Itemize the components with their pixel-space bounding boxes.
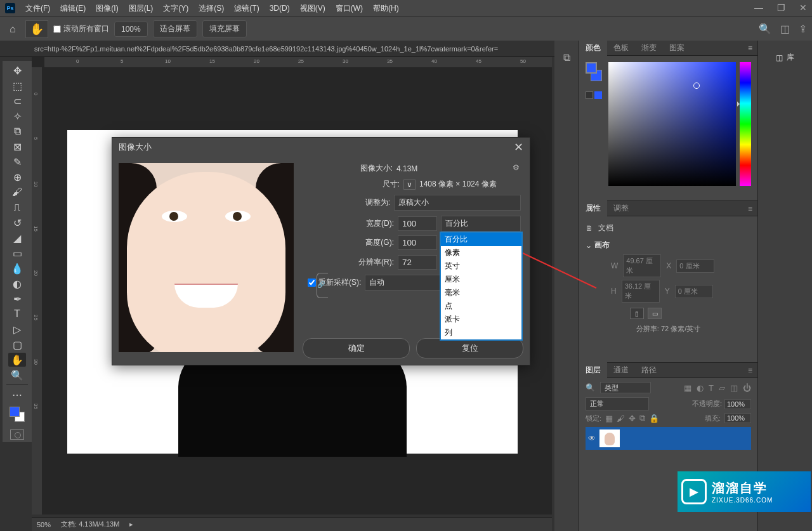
- height-input[interactable]: [398, 235, 437, 250]
- lock-all-icon[interactable]: 🔒: [649, 414, 659, 423]
- lock-brush-icon[interactable]: 🖌: [617, 414, 625, 423]
- menu-type[interactable]: 文字(Y): [158, 1, 193, 16]
- tab-gradients[interactable]: 渐变: [635, 40, 663, 56]
- current-color-icon[interactable]: [594, 91, 602, 99]
- workspace-icon[interactable]: ◫: [780, 23, 790, 35]
- dropdown-option[interactable]: 像素: [441, 246, 521, 259]
- history-panel-icon[interactable]: ⧉: [563, 52, 570, 63]
- tab-swatches[interactable]: 色板: [607, 40, 635, 56]
- chevron-down-icon[interactable]: ⌄: [586, 241, 592, 250]
- dropdown-option[interactable]: 派卡: [441, 313, 521, 326]
- canvas-width-field[interactable]: 49.67 厘米: [623, 254, 661, 277]
- canvas-height-field[interactable]: 36.12 厘米: [622, 280, 660, 303]
- tab-channels[interactable]: 通道: [607, 362, 635, 378]
- rectangle-tool-icon[interactable]: ▢: [8, 338, 26, 351]
- marquee-tool-icon[interactable]: ⬚: [8, 79, 26, 93]
- link-icon[interactable]: [317, 273, 328, 298]
- dropdown-option[interactable]: 百分比: [441, 233, 521, 246]
- layer-kind-select[interactable]: [600, 382, 651, 393]
- dropdown-option[interactable]: 点: [441, 299, 521, 313]
- width-input[interactable]: [398, 216, 437, 231]
- resolution-input[interactable]: [398, 255, 437, 270]
- panel-foreground-color[interactable]: [586, 62, 597, 74]
- filter-type-icon[interactable]: T: [709, 383, 714, 393]
- hue-handle[interactable]: [737, 102, 740, 107]
- layer-thumbnail[interactable]: [599, 429, 620, 447]
- brush-tool-icon[interactable]: 🖌: [8, 185, 26, 199]
- dropdown-option[interactable]: 英寸: [441, 259, 521, 273]
- hue-slider[interactable]: [740, 62, 751, 186]
- dropdown-option[interactable]: 毫米: [441, 286, 521, 299]
- minimize-icon[interactable]: —: [754, 3, 763, 13]
- search-icon[interactable]: 🔍: [759, 23, 771, 35]
- landscape-orientation-icon[interactable]: ▭: [648, 308, 662, 319]
- fill-screen-button[interactable]: 填充屏幕: [202, 20, 247, 37]
- pen-tool-icon[interactable]: ✒: [8, 292, 26, 306]
- eyedropper-tool-icon[interactable]: ✎: [8, 155, 26, 169]
- filter-toggle-icon[interactable]: ⏻: [743, 383, 751, 393]
- status-doc[interactable]: 文档: 4.13M/4.13M: [61, 520, 119, 529]
- ok-button[interactable]: 确定: [303, 338, 410, 358]
- layer-visibility-icon[interactable]: 👁: [588, 434, 596, 443]
- layer-item[interactable]: 👁: [586, 427, 751, 450]
- blur-tool-icon[interactable]: 💧: [8, 261, 26, 275]
- color-field[interactable]: [608, 62, 736, 186]
- filter-smart-icon[interactable]: ◫: [730, 383, 738, 393]
- tab-layers[interactable]: 图层: [579, 362, 607, 378]
- path-select-tool-icon[interactable]: ▷: [8, 322, 26, 336]
- hand-tool-icon[interactable]: ✋: [8, 353, 26, 367]
- menu-layer[interactable]: 图层(L): [124, 1, 159, 16]
- color-swatch[interactable]: [8, 405, 26, 423]
- zoom-level-button[interactable]: 100%: [114, 22, 148, 37]
- canvas-x-field[interactable]: 0 厘米: [676, 259, 714, 273]
- foreground-color[interactable]: [10, 407, 20, 417]
- menu-view[interactable]: 视图(V): [295, 1, 331, 16]
- panel-menu-icon[interactable]: ≡: [743, 44, 757, 53]
- fit-screen-button[interactable]: 适合屏幕: [153, 20, 197, 37]
- gradient-tool-icon[interactable]: ▭: [8, 246, 26, 260]
- panel-menu-icon[interactable]: ≡: [743, 366, 757, 375]
- warning-icon[interactable]: [586, 91, 593, 99]
- resample-checkbox[interactable]: 重新采样(S):: [308, 277, 361, 288]
- tab-paths[interactable]: 路径: [635, 362, 663, 378]
- dim-toggle-icon[interactable]: ∨: [403, 180, 416, 190]
- edit-toolbar-icon[interactable]: ⋯: [8, 388, 26, 402]
- menu-window[interactable]: 窗口(W): [331, 1, 368, 16]
- portrait-orientation-icon[interactable]: ▯: [630, 308, 644, 319]
- move-tool-icon[interactable]: ✥: [8, 63, 26, 77]
- status-arrow-icon[interactable]: ▸: [129, 520, 133, 528]
- tab-adjustments[interactable]: 调整: [607, 200, 635, 216]
- crop-tool-icon[interactable]: ⧉: [8, 124, 26, 138]
- dialog-titlebar[interactable]: 图像大小 ✕: [112, 138, 530, 157]
- menu-file[interactable]: 文件(F): [20, 1, 55, 16]
- wand-tool-icon[interactable]: ✧: [8, 109, 26, 123]
- panel-menu-icon[interactable]: ≡: [743, 204, 757, 213]
- menu-image[interactable]: 图像(I): [91, 1, 123, 16]
- share-icon[interactable]: ⇪: [799, 23, 807, 35]
- opacity-input[interactable]: [724, 399, 751, 409]
- menu-select[interactable]: 选择(S): [193, 1, 229, 16]
- dialog-close-icon[interactable]: ✕: [514, 140, 523, 154]
- dropdown-option[interactable]: 列: [441, 326, 521, 339]
- width-unit-select[interactable]: 百分比: [441, 216, 521, 232]
- zoom-tool-icon[interactable]: 🔍: [8, 368, 26, 382]
- canvas-y-field[interactable]: 0 厘米: [675, 285, 713, 298]
- quick-mask-icon[interactable]: [10, 429, 24, 440]
- lock-position-icon[interactable]: ✥: [629, 414, 636, 423]
- tab-color[interactable]: 颜色: [579, 40, 607, 56]
- tab-patterns[interactable]: 图案: [663, 40, 691, 56]
- fill-input[interactable]: [724, 413, 751, 423]
- menu-filter[interactable]: 滤镜(T): [229, 1, 264, 16]
- dodge-tool-icon[interactable]: ◐: [8, 277, 26, 291]
- tab-properties[interactable]: 属性: [579, 200, 607, 216]
- menu-3d[interactable]: 3D(D): [265, 1, 295, 15]
- tool-preset-hand[interactable]: ✋: [25, 20, 48, 38]
- blend-mode-select[interactable]: 正常: [586, 397, 649, 410]
- filter-search-icon[interactable]: 🔍: [586, 383, 595, 392]
- healing-tool-icon[interactable]: ⊕: [8, 170, 26, 184]
- maximize-icon[interactable]: ❐: [777, 3, 785, 13]
- filter-pixel-icon[interactable]: ▦: [684, 383, 691, 393]
- fit-to-select[interactable]: 原稿大小: [394, 195, 521, 211]
- dropdown-option[interactable]: 厘米: [441, 273, 521, 286]
- stamp-tool-icon[interactable]: ⎍: [8, 200, 26, 214]
